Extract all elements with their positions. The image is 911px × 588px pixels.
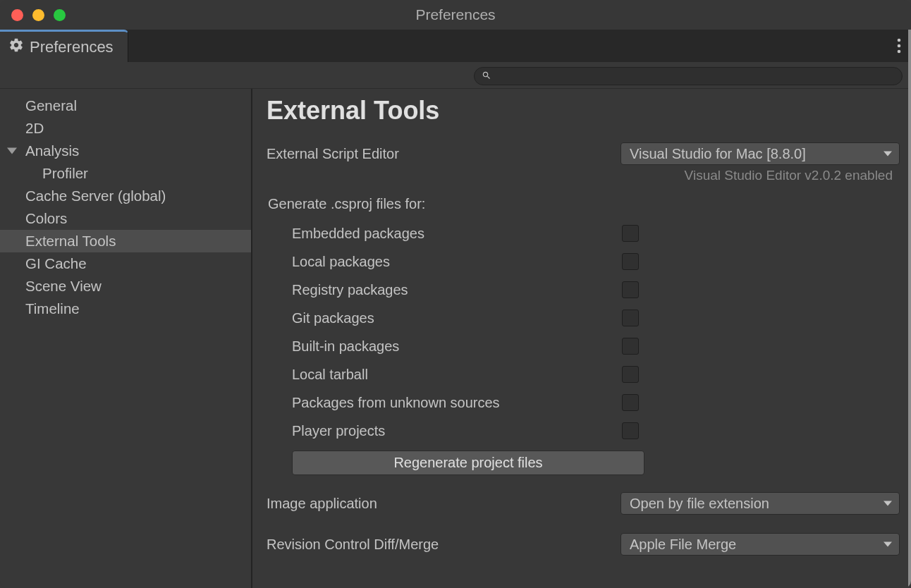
sidebar-item-scene-view[interactable]: Scene View bbox=[0, 275, 251, 298]
chevron-down-icon bbox=[884, 501, 892, 506]
svg-point-2 bbox=[898, 50, 901, 54]
checkbox-embedded-packages[interactable] bbox=[622, 225, 639, 242]
sidebar-item-2d[interactable]: 2D bbox=[0, 117, 251, 140]
svg-point-1 bbox=[898, 44, 901, 48]
sidebar-item-general[interactable]: General bbox=[0, 94, 251, 117]
checkrow-registry-packages: Registry packages bbox=[267, 276, 903, 304]
label-external-script-editor: External Script Editor bbox=[267, 146, 620, 162]
svg-point-0 bbox=[898, 39, 901, 42]
label-revision-control: Revision Control Diff/Merge bbox=[267, 537, 620, 553]
content-panel: External Tools External Script Editor Vi… bbox=[252, 89, 911, 588]
checkrow-git-packages: Git packages bbox=[267, 304, 903, 332]
tab-menu-button[interactable] bbox=[887, 30, 911, 62]
titlebar: Preferences bbox=[0, 0, 911, 30]
traffic-lights bbox=[0, 9, 66, 21]
chevron-down-icon bbox=[884, 542, 892, 547]
search-input[interactable] bbox=[497, 69, 895, 83]
sidebar-item-cache-server[interactable]: Cache Server (global) bbox=[0, 185, 251, 207]
sidebar-item-profiler[interactable]: Profiler bbox=[0, 162, 251, 185]
close-window-icon[interactable] bbox=[11, 9, 23, 21]
page-title: External Tools bbox=[267, 96, 903, 125]
chevron-down-icon bbox=[7, 148, 17, 154]
sidebar: General 2D Analysis Profiler Cache Serve… bbox=[0, 89, 252, 588]
row-revision-control: Revision Control Diff/Merge Apple File M… bbox=[267, 532, 903, 557]
regenerate-project-files-button[interactable]: Regenerate project files bbox=[292, 451, 644, 475]
editor-status-text: Visual Studio Editor v2.0.2 enabled bbox=[267, 168, 903, 183]
sidebar-item-timeline[interactable]: Timeline bbox=[0, 298, 251, 320]
row-external-script-editor: External Script Editor Visual Studio for… bbox=[267, 141, 903, 166]
sidebar-item-external-tools[interactable]: External Tools bbox=[0, 230, 251, 252]
sidebar-item-gi-cache[interactable]: GI Cache bbox=[0, 252, 251, 275]
sidebar-item-colors[interactable]: Colors bbox=[0, 207, 251, 230]
zoom-window-icon[interactable] bbox=[54, 9, 66, 21]
checkbox-registry-packages[interactable] bbox=[622, 281, 639, 298]
checkrow-builtin-packages: Built-in packages bbox=[267, 332, 903, 360]
checkbox-git-packages[interactable] bbox=[622, 310, 639, 326]
checkbox-unknown-sources[interactable] bbox=[622, 394, 639, 411]
sidebar-item-analysis[interactable]: Analysis bbox=[0, 140, 251, 162]
checkbox-local-tarball[interactable] bbox=[622, 366, 639, 383]
minimize-window-icon[interactable] bbox=[32, 9, 44, 21]
checkbox-builtin-packages[interactable] bbox=[622, 338, 639, 355]
checkrow-embedded-packages: Embedded packages bbox=[267, 219, 903, 247]
tab-preferences[interactable]: Preferences bbox=[0, 30, 128, 62]
search-row bbox=[0, 62, 911, 89]
tab-bar: Preferences bbox=[0, 30, 911, 62]
checkrow-unknown-sources: Packages from unknown sources bbox=[267, 388, 903, 417]
checkrow-local-tarball: Local tarball bbox=[267, 360, 903, 388]
checkrow-local-packages: Local packages bbox=[267, 247, 903, 276]
select-external-script-editor[interactable]: Visual Studio for Mac [8.8.0] bbox=[620, 142, 900, 165]
gear-icon bbox=[8, 37, 24, 57]
window-edge bbox=[908, 30, 911, 588]
chevron-down-icon bbox=[884, 152, 892, 157]
row-image-application: Image application Open by file extension bbox=[267, 491, 903, 516]
search-field[interactable] bbox=[474, 67, 903, 85]
search-icon bbox=[482, 68, 491, 84]
checkrow-player-projects: Player projects bbox=[267, 417, 903, 445]
label-image-application: Image application bbox=[267, 496, 620, 512]
checkbox-player-projects[interactable] bbox=[622, 422, 639, 439]
label-generate-csproj: Generate .csproj files for: bbox=[267, 196, 903, 212]
window-title: Preferences bbox=[0, 6, 911, 23]
tab-label: Preferences bbox=[30, 38, 114, 56]
checkbox-local-packages[interactable] bbox=[622, 253, 639, 270]
select-image-application[interactable]: Open by file extension bbox=[620, 492, 900, 515]
select-revision-control[interactable]: Apple File Merge bbox=[620, 533, 900, 556]
